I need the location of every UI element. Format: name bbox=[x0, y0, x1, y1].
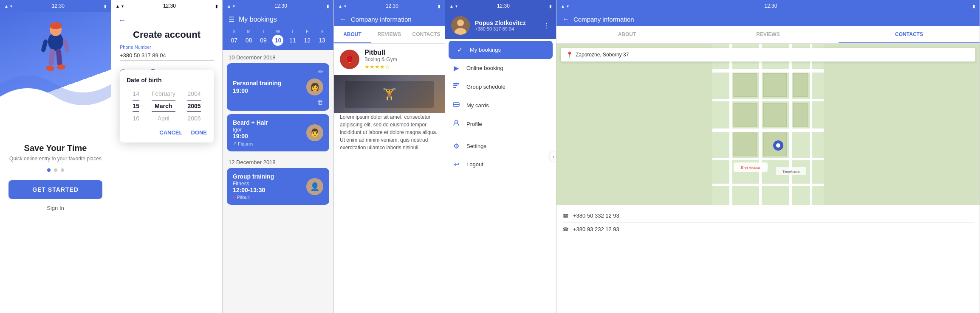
back-button-4[interactable]: ← bbox=[340, 15, 347, 23]
battery-icon: ▮ bbox=[104, 4, 107, 8]
date-picker-modal: Date of birth 14 15 16 February March Ap… bbox=[120, 70, 214, 143]
year-column: 2004 2005 2006 bbox=[187, 89, 201, 123]
phone-contacts: ▲ ▾ 12:30 ▮ ← Company information ABOUT … bbox=[556, 0, 980, 313]
booking-card-personal[interactable]: Personal training 19:00 ✏ 👩 🗑 bbox=[227, 63, 329, 111]
booking-card-hair[interactable]: Beard + Hair Igor 19:00 ↗ Figaros 👨 bbox=[227, 114, 329, 151]
svg-rect-29 bbox=[789, 44, 792, 205]
create-account-header: ← bbox=[111, 12, 222, 29]
day-num-09[interactable]: 09 bbox=[258, 35, 269, 46]
company-tabs: ABOUT REVIEWS CONTACTS bbox=[334, 26, 445, 44]
day-num-08[interactable]: 08 bbox=[243, 35, 254, 46]
tab-about[interactable]: ABOUT bbox=[334, 26, 371, 43]
bookings-scroll-area[interactable]: 10 December 2018 Personal training 19:00… bbox=[223, 50, 333, 297]
date-picker-columns: 14 15 16 February March April 2004 2005 … bbox=[127, 89, 207, 123]
cancel-button[interactable]: CANCEL bbox=[159, 129, 182, 136]
phone-number-2: +380 93 232 12 93 bbox=[573, 226, 619, 232]
sidebar-label-settings: Settings bbox=[466, 143, 486, 149]
day-15[interactable]: 15 bbox=[133, 101, 139, 112]
svg-rect-17 bbox=[453, 87, 456, 88]
year-2005[interactable]: 2005 bbox=[187, 101, 201, 112]
tab-contacts-6[interactable]: CONTACTS bbox=[839, 26, 980, 43]
svg-rect-32 bbox=[763, 73, 787, 97]
signal-icon-5: ▲ bbox=[449, 4, 454, 8]
sidebar-item-group-schedule[interactable]: Group schedule bbox=[445, 77, 556, 96]
tab-reviews-6[interactable]: REVIEWS bbox=[698, 26, 839, 43]
contact-phone-2[interactable]: ☎ +380 93 232 12 93 bbox=[562, 223, 974, 236]
profile-icon bbox=[452, 120, 460, 128]
phone-label: Phone Number bbox=[120, 45, 214, 50]
sidebar-item-bookings[interactable]: ✓ My bookings bbox=[449, 41, 553, 59]
back-button-2[interactable]: ← bbox=[118, 16, 126, 25]
status-icons-left-4: ▲ ▾ bbox=[338, 4, 346, 8]
wifi-icon-4: ▾ bbox=[344, 4, 346, 8]
contact-list: ☎ +380 50 332 12 93 ☎ +380 93 232 12 93 bbox=[556, 205, 980, 240]
status-icons-left: ▲ ▾ bbox=[4, 4, 12, 8]
status-time-1: 12:30 bbox=[52, 3, 65, 9]
location-name-2: Figaros bbox=[238, 141, 254, 146]
app-subtitle: Quick online entry to your favorite plac… bbox=[8, 156, 102, 162]
svg-text:🥊: 🥊 bbox=[345, 56, 354, 64]
tab-about-6[interactable]: ABOUT bbox=[556, 26, 698, 43]
month-april[interactable]: April bbox=[152, 113, 175, 123]
day-num-11[interactable]: 11 bbox=[287, 35, 298, 46]
year-2006[interactable]: 2006 bbox=[187, 113, 201, 123]
day-num-07[interactable]: 07 bbox=[229, 35, 240, 46]
contact-phone-1[interactable]: ☎ +380 50 332 12 93 bbox=[562, 209, 974, 223]
svg-rect-31 bbox=[734, 73, 757, 97]
status-time-5: 12:30 bbox=[497, 3, 510, 9]
get-started-button[interactable]: GET STARTED bbox=[8, 180, 102, 199]
day-num-13[interactable]: 13 bbox=[316, 35, 328, 46]
day-name-t1: T bbox=[262, 29, 265, 34]
sidebar-item-profile[interactable]: Profile bbox=[445, 115, 556, 133]
status-icons-right-6: ▮ bbox=[973, 4, 975, 8]
sidebar-item-my-cards[interactable]: My cards bbox=[445, 96, 556, 115]
tab-reviews[interactable]: REVIEWS bbox=[371, 26, 408, 43]
tab-contacts-4[interactable]: CONTACTS bbox=[408, 26, 445, 43]
day-num-12[interactable]: 12 bbox=[302, 35, 313, 46]
status-icons-right-5: ▮ bbox=[549, 4, 552, 8]
status-icons-right: ▮ bbox=[104, 4, 107, 8]
day-thu: T 11 bbox=[287, 29, 298, 46]
more-icon[interactable]: ⋮ bbox=[543, 22, 550, 30]
day-num-10[interactable]: 10 bbox=[272, 35, 283, 46]
day-16[interactable]: 16 bbox=[133, 113, 139, 123]
bookings-top-bar: ☰ My bookings bbox=[223, 12, 333, 27]
status-icons-right-4: ▮ bbox=[438, 4, 441, 8]
svg-rect-4 bbox=[40, 39, 48, 53]
edit-icon-1[interactable]: ✏ bbox=[318, 68, 323, 75]
svg-rect-27 bbox=[729, 44, 732, 205]
battery-icon-5: ▮ bbox=[549, 4, 552, 8]
phone-icon-2: ☎ bbox=[562, 226, 569, 232]
month-feb[interactable]: February bbox=[152, 89, 175, 99]
hamburger-menu[interactable]: ☰ bbox=[229, 15, 234, 23]
status-bar-4: ▲ ▾ 12:30 ▮ bbox=[334, 0, 445, 12]
map-area[interactable]: Б-ія міська Таврійська 📍 Zaporozhe, Sobo… bbox=[556, 44, 980, 205]
sidebar-item-settings[interactable]: ⚙ Settings bbox=[445, 137, 556, 155]
month-march[interactable]: March bbox=[152, 101, 175, 112]
service-time-3: 12:00-13:30 bbox=[233, 187, 274, 193]
service-sub-3: Fitness bbox=[233, 181, 274, 187]
year-2004[interactable]: 2004 bbox=[187, 89, 201, 99]
sidebar-label-my-cards: My cards bbox=[466, 102, 489, 109]
contacts-top-bar: ← Company information bbox=[556, 12, 980, 26]
service-time-1: 19:00 bbox=[233, 87, 281, 94]
booking-card-group[interactable]: Group training Fitness 12:00-13:30 ● Pit… bbox=[227, 168, 329, 205]
collapse-sidebar-button[interactable]: › bbox=[550, 152, 556, 161]
wifi-icon-5: ▾ bbox=[455, 4, 458, 8]
phone-input[interactable] bbox=[120, 50, 214, 61]
trainer-avatar-1: 👩 bbox=[306, 78, 323, 95]
back-button-6[interactable]: ← bbox=[562, 15, 569, 23]
sidebar-item-logout[interactable]: ↩ Logout bbox=[445, 155, 556, 173]
done-button[interactable]: DONE bbox=[191, 129, 207, 136]
day-14[interactable]: 14 bbox=[133, 89, 139, 99]
delete-icon-1[interactable]: 🗑 bbox=[317, 99, 323, 106]
sign-in-link[interactable]: Sign In bbox=[8, 205, 102, 211]
status-time-3: 12:30 bbox=[274, 3, 287, 9]
sidebar-label-group-schedule: Group schedule bbox=[466, 84, 506, 90]
welcome-content: Save Your Time Quick online entry to you… bbox=[0, 135, 111, 211]
signal-icon-2: ▲ bbox=[116, 4, 120, 8]
app-title: Save Your Time bbox=[8, 143, 102, 153]
svg-rect-33 bbox=[734, 103, 757, 126]
date-header-2: 12 December 2018 bbox=[223, 155, 333, 168]
sidebar-item-online-booking[interactable]: ▶ Online booking bbox=[445, 59, 556, 77]
